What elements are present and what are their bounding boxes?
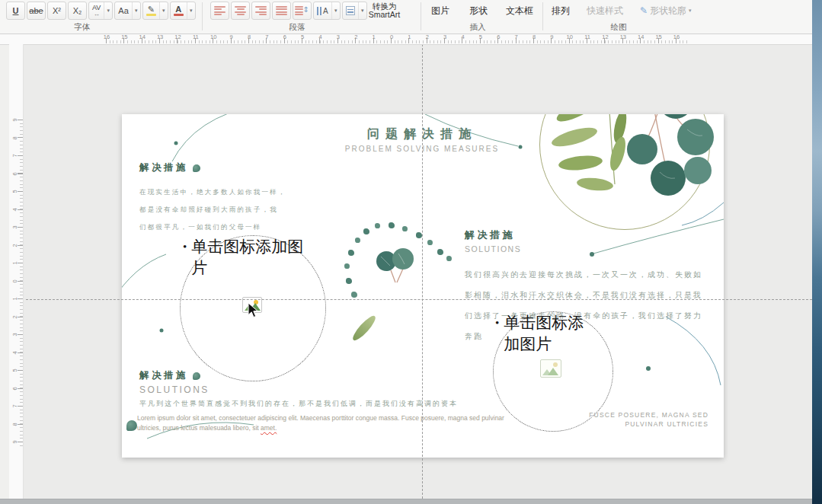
bottom-desktop-strip — [0, 499, 812, 504]
ruler-number: 9 — [230, 33, 233, 40]
ruler-number: 6 — [11, 384, 18, 393]
convert-to-smartart-button[interactable]: 转换为 SmartArt — [369, 2, 400, 19]
chevron-down-icon[interactable]: ▾ — [132, 2, 140, 19]
underline-glyph: U — [13, 6, 19, 15]
ruler-number: 8 — [11, 133, 18, 142]
align-center-button[interactable] — [231, 2, 250, 20]
group-separator — [421, 2, 421, 30]
chevron-down-icon[interactable]: ▾ — [159, 2, 168, 19]
line-spacing-icon: ⇕ — [295, 6, 309, 15]
font-color-bar — [174, 14, 184, 16]
ruler-number: 3 — [11, 223, 18, 232]
quick-styles-button[interactable]: 快速样式 — [582, 1, 628, 21]
text-line: 影相随，泪水和汗水交织体会，不是我们没有选择，只是我 — [465, 285, 702, 305]
bottom-left-text-block[interactable]: 解决措施 SOLUTIONS — [139, 369, 209, 395]
align-right-button[interactable] — [251, 2, 270, 20]
ruler-number: 6 — [283, 33, 286, 40]
ruler-number: 14 — [139, 33, 146, 40]
vertical-ruler[interactable]: 9876543210123456789 — [9, 44, 24, 499]
arrange-button[interactable]: 排列 — [547, 1, 574, 21]
bottom-right-caption[interactable]: FUSCE POSUERE, MAGNA SED PULVINAR ULTRIC… — [589, 411, 708, 429]
insert-picture-button[interactable]: 图片 — [427, 1, 454, 21]
horizontal-ruler[interactable]: 1615141312111098765432101234567891011121… — [0, 33, 812, 45]
chevron-down-icon[interactable]: ▾ — [104, 2, 112, 19]
placeholder-right-text[interactable]: • 单击图标添加图片 — [495, 312, 590, 355]
leaf-dot — [446, 256, 452, 261]
font-color-icon: A — [175, 5, 181, 13]
leaf-bullet-icon — [193, 372, 200, 380]
slide-canvas[interactable]: 问题解决措施 PROBLEM SOLVING MEASURES 解决措施 在现实… — [122, 114, 724, 458]
insert-textbox-button[interactable]: 文本框 — [501, 1, 538, 21]
text-direction-button[interactable]: A ▾ — [313, 2, 341, 20]
ruler-number: 4 — [11, 205, 18, 214]
ruler-number: 4 — [11, 348, 18, 357]
line-spacing-button[interactable]: ⇕ — [293, 2, 312, 20]
lorem-text[interactable]: Lorem ipsum dolor sit amet, consectetuer… — [137, 413, 609, 432]
chevron-down-icon[interactable]: ▾ — [331, 2, 340, 19]
mouse-cursor — [248, 302, 259, 318]
ruler-number: 9 — [550, 33, 553, 40]
text-line: 都是没有伞却照好碰到大雨的孩子，我 — [139, 201, 286, 219]
align-left-icon — [214, 6, 225, 15]
text-direction-icon — [317, 7, 321, 15]
bottom-left-cn-line[interactable]: 平凡到这个世界简直感觉不到我们的存在，那不是我们低调，而是我们没有高调的资本 — [139, 399, 458, 409]
ruler-number: 7 — [265, 33, 268, 40]
ruler-number: 5 — [11, 187, 18, 196]
leaf-dot — [348, 250, 354, 256]
leaf-dot — [437, 249, 443, 255]
ribbon-toolbar: U abe X² X₂ AV↔ ▾ Aa ▾ ✎ ▾ A ▾ — [0, 0, 812, 34]
insert-picture-icon[interactable] — [540, 359, 561, 378]
ruler-number: 16 — [104, 33, 110, 40]
ruler-number: 0 — [390, 33, 393, 40]
horizontal-guide[interactable] — [26, 299, 812, 300]
change-case-icon: Aa — [118, 6, 128, 15]
chevron-down-icon: ▾ — [689, 8, 692, 14]
shape-outline-label: 形状轮廓 — [650, 5, 686, 18]
shape-outline-button[interactable]: ✎ 形状轮廓 ▾ — [635, 1, 696, 21]
block-body: 在现实生活中，绝大多数人如你我一样，都是没有伞却照好碰到大雨的孩子，我们都很平凡… — [139, 183, 286, 236]
leaf-dot — [416, 232, 422, 238]
ruler-number: 5 — [301, 33, 304, 40]
font-color-button[interactable]: A ▾ — [170, 2, 196, 20]
ruler-number: 2 — [11, 241, 18, 250]
highlighter-icon: ✎ — [148, 5, 155, 13]
align-text-button[interactable]: ▾ — [342, 2, 367, 20]
ruler-number: 6 — [11, 169, 18, 178]
strikethrough-button[interactable]: abe — [27, 2, 46, 20]
character-spacing-button[interactable]: AV↔ ▾ — [88, 2, 113, 20]
ruler-number: 3 — [11, 330, 18, 340]
change-case-button[interactable]: Aa ▾ — [114, 2, 140, 20]
subscript-button[interactable]: X₂ — [68, 2, 87, 20]
insert-shape-button[interactable]: 形状 — [465, 1, 492, 21]
ruler-number: 16 — [673, 33, 680, 40]
block-heading: 解决措施 — [139, 161, 188, 174]
align-left-button[interactable] — [210, 2, 229, 20]
presentation-app-window: U abe X² X₂ AV↔ ▾ Aa ▾ ✎ ▾ A ▾ — [0, 0, 822, 504]
leaf-dot — [389, 222, 395, 228]
justify-button[interactable] — [272, 2, 291, 20]
ruler-number: 5 — [11, 366, 18, 375]
ruler-number: 10 — [567, 33, 573, 40]
underline-button[interactable]: U — [6, 2, 25, 20]
draw-group-label: 绘图 — [611, 22, 627, 33]
vertical-guide[interactable] — [422, 44, 423, 499]
chevron-down-icon[interactable]: ▾ — [358, 2, 366, 19]
superscript-button[interactable]: X² — [47, 2, 66, 20]
ruler-number: 2 — [11, 312, 18, 321]
placeholder-left-text[interactable]: • 单击图标添加图片 — [183, 236, 313, 279]
paragraph-group: ⇕ A ▾ ▾ 转换为 SmartArt — [210, 2, 400, 20]
desktop-background-sliver — [812, 0, 822, 504]
pen-icon: ✎ — [640, 5, 648, 16]
chevron-down-icon[interactable]: ▾ — [187, 2, 195, 19]
block-heading: 解决措施 — [139, 369, 188, 382]
ruler-number: 15 — [655, 33, 661, 40]
leaf-dot — [355, 238, 360, 243]
top-left-text-block[interactable]: 解决措施 在现实生活中，绝大多数人如你我一样，都是没有伞却照好碰到大雨的孩子，我… — [139, 161, 286, 236]
ruler-number: 2 — [426, 33, 429, 40]
single-leaf-icon — [350, 313, 378, 343]
font-group: U abe X² X₂ AV↔ ▾ Aa ▾ ✎ ▾ A ▾ — [6, 2, 196, 20]
text-highlight-color-button[interactable]: ✎ ▾ — [142, 2, 168, 20]
ruler-number: 15 — [121, 33, 127, 40]
ruler-number: 13 — [620, 33, 626, 40]
leaf-circle-frame — [539, 114, 710, 230]
